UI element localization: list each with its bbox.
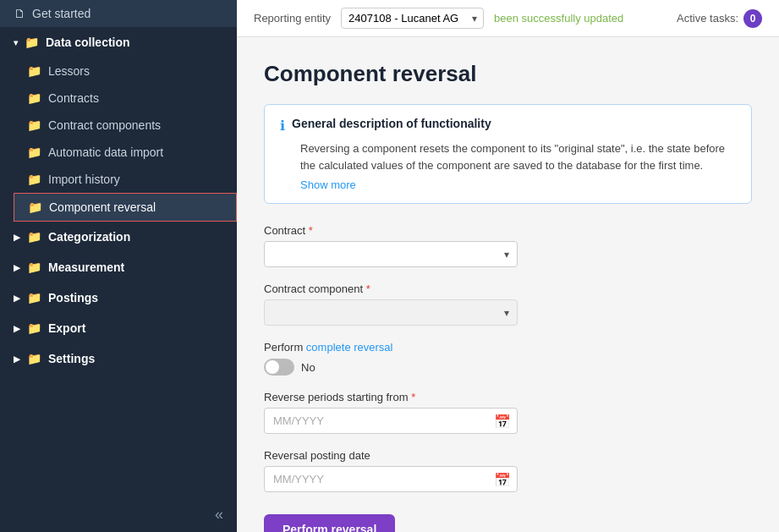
folder-icon: 📁 [27,230,41,244]
arrow-icon: ▶ [14,263,20,272]
sidebar-item-label: Postings [48,291,98,304]
page-title: Component reversal [264,61,752,87]
contract-component-field-group: Contract component * [264,282,518,326]
sidebar-item-label: Component reversal [49,200,156,214]
main-area: Reporting entity 2407108 - Lucanet AG be… [237,0,779,532]
contract-field-group: Contract * [264,224,518,267]
data-collection-children: 📁 Lessors 📁 Contracts 📁 Contract compone… [0,58,237,222]
arrow-icon: ▶ [14,233,20,242]
reversal-posting-calendar-icon[interactable]: 📅 [494,471,511,487]
active-tasks-badge: 0 [743,9,762,28]
success-message: been successfully updated [494,12,667,25]
contract-required-marker: * [309,224,313,237]
arrow-icon: ▾ [14,38,18,47]
folder-icon: 📁 [27,118,41,132]
sidebar-item-label: Import history [48,173,120,186]
sidebar-item-lessors[interactable]: 📁 Lessors [14,58,237,85]
sidebar-item-label: Contracts [48,91,99,105]
info-box-title: General description of functionality [292,117,491,130]
folder-icon: 📁 [25,36,39,49]
reversal-posting-label: Reversal posting date [264,449,518,462]
sidebar-collapse-button[interactable]: « [0,497,237,532]
complete-reversal-toggle[interactable] [264,359,294,376]
page-content: Component reversal ℹ General description… [237,37,779,532]
info-box: ℹ General description of functionality R… [264,104,752,204]
contract-label: Contract * [264,224,518,237]
complete-reversal-group: Perform complete reversal No [264,341,752,376]
reverse-periods-label: Reverse periods starting from * [264,391,518,403]
contract-component-select[interactable] [264,299,518,326]
sidebar-item-label: Contract components [48,118,161,132]
contract-component-label: Contract component * [264,282,518,295]
folder-icon: 📁 [28,200,42,214]
sidebar-item-data-collection[interactable]: ▾ 📁 Data collection [0,27,237,58]
topbar: Reporting entity 2407108 - Lucanet AG be… [237,0,779,37]
sidebar-item-component-reversal[interactable]: 📁 Component reversal [14,193,237,222]
active-tasks-label: Active tasks: [677,12,738,25]
complete-reversal-label: Perform complete reversal [264,341,752,354]
sidebar-item-measurement[interactable]: ▶ 📁 Measurement [0,252,237,282]
folder-icon: 📁 [27,321,41,335]
reverse-periods-date-wrapper[interactable]: 📅 [264,408,518,434]
folder-icon: 📁 [27,91,41,105]
sidebar-item-import-history[interactable]: 📁 Import history [14,166,237,193]
reporting-entity-select-wrapper[interactable]: 2407108 - Lucanet AG [341,8,484,29]
reverse-periods-calendar-icon[interactable]: 📅 [494,413,511,429]
sidebar-item-postings[interactable]: ▶ 📁 Postings [0,282,237,313]
reverse-periods-field-group: Reverse periods starting from * 📅 [264,391,518,434]
active-tasks: Active tasks: 0 [677,9,762,28]
toggle-container[interactable]: No [264,359,752,376]
reporting-entity-select[interactable]: 2407108 - Lucanet AG [341,8,484,29]
sidebar-item-label: Data collection [46,36,130,49]
folder-icon: 📁 [27,145,41,159]
reporting-entity-label: Reporting entity [254,12,331,25]
show-more-link[interactable]: Show more [300,178,356,191]
arrow-icon: ▶ [14,293,20,303]
contract-component-required-marker: * [366,282,370,295]
sidebar-item-label: Get started [32,7,91,20]
contract-select-wrapper[interactable] [264,241,518,267]
sidebar-item-export[interactable]: ▶ 📁 Export [0,313,237,343]
info-icon: ℹ [280,118,285,134]
sidebar-item-settings[interactable]: ▶ 📁 Settings [0,343,237,374]
sidebar-item-label: Measurement [48,261,124,274]
sidebar-item-categorization[interactable]: ▶ 📁 Categorization [0,222,237,252]
folder-icon: 📁 [27,352,41,365]
arrow-icon: ▶ [14,354,20,364]
sidebar-item-contracts[interactable]: 📁 Contracts [14,85,237,112]
sidebar-item-label: Export [48,321,85,335]
sidebar-item-automatic-data-import[interactable]: 📁 Automatic data import [14,139,237,166]
reversal-posting-date-wrapper[interactable]: 📅 [264,466,518,492]
folder-icon: 📁 [27,261,41,274]
reversal-posting-date-input[interactable] [264,466,518,492]
complete-reversal-highlight: complete reversal [306,341,393,354]
sidebar-item-get-started[interactable]: 🗋 Get started [0,0,237,27]
sidebar-item-label: Automatic data import [48,145,163,159]
info-box-body: Reversing a component resets the compone… [300,140,736,173]
folder-icon: 🗋 [14,7,25,20]
folder-icon: 📁 [27,173,41,186]
sidebar-item-contract-components[interactable]: 📁 Contract components [14,112,237,139]
folder-icon: 📁 [27,64,41,78]
reversal-posting-field-group: Reversal posting date 📅 [264,449,518,492]
sidebar: 🗋 Get started ▾ 📁 Data collection 📁 Less… [0,0,237,532]
folder-icon: 📁 [27,291,41,304]
sidebar-item-label: Lessors [48,64,90,78]
contract-component-select-wrapper[interactable] [264,299,518,326]
sidebar-item-label: Settings [48,352,95,365]
reverse-periods-date-input[interactable] [264,408,518,434]
reverse-periods-required-marker: * [411,391,415,403]
info-box-header: ℹ General description of functionality [280,117,736,134]
sidebar-item-label: Categorization [48,230,130,244]
perform-reversal-button[interactable]: Perform reversal [264,514,395,532]
contract-select[interactable] [264,241,518,267]
arrow-icon: ▶ [14,324,20,333]
toggle-value: No [301,361,315,374]
